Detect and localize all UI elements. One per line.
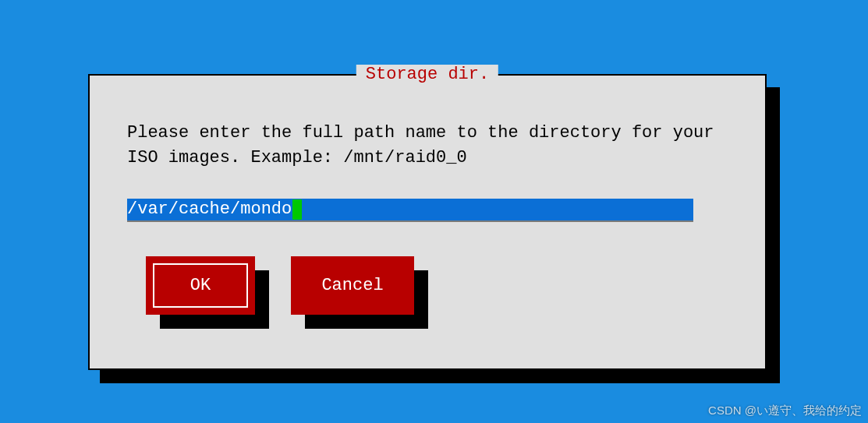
cancel-button-inner: Cancel [298,263,407,308]
ok-button-inner: OK [153,263,248,308]
cancel-button[interactable]: Cancel [291,256,414,315]
iso-path-input[interactable]: /var/cache/mondo [127,199,693,222]
cancel-button-wrap: Cancel [291,256,414,315]
storage-dir-dialog: Storage dir. Please enter the full path … [88,74,767,370]
text-cursor-icon [292,199,302,220]
button-row: OK Cancel [146,256,414,315]
ok-button-label: OK [190,276,211,295]
input-value: /var/cache/mondo [127,198,292,221]
dialog-title: Storage dir. [356,65,498,84]
cancel-button-label: Cancel [321,276,383,295]
watermark: CSDN @い遵守、我给的约定 [708,404,862,418]
ok-button-wrap: OK [146,256,255,315]
dialog-body-text: Please enter the full path name to the d… [127,121,728,171]
ok-button[interactable]: OK [146,256,255,315]
